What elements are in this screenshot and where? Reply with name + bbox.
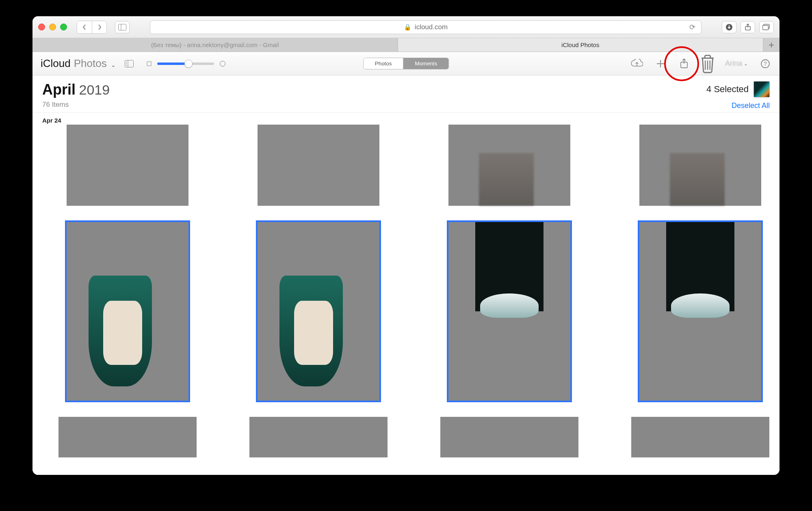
tab-gmail[interactable]: (Без темы) - arina.nektony@gmail.com - G… — [32, 38, 398, 52]
browser-window: 🔒 icloud.com ⟳ (Без темы) - arina.nekton… — [32, 16, 780, 475]
zoom-slider[interactable] — [157, 63, 214, 65]
user-menu[interactable]: Arina ⌄ — [725, 59, 748, 68]
photo-thumbnail[interactable] — [631, 417, 769, 457]
item-count: 76 Items — [42, 101, 110, 109]
photo-thumbnail[interactable] — [440, 125, 578, 206]
year-label: 2019 — [79, 82, 110, 97]
tabs-overview-button[interactable] — [759, 21, 774, 33]
svg-point-8 — [126, 62, 127, 63]
month-label: April — [42, 81, 76, 98]
address-text: icloud.com — [415, 23, 448, 31]
photo-grid-area: Apr 24 — [32, 113, 780, 475]
nav-forward-button[interactable] — [92, 21, 106, 33]
zoom-slider-thumb[interactable] — [184, 60, 193, 68]
photo-thumbnail[interactable] — [249, 417, 388, 457]
svg-text:?: ? — [764, 60, 767, 67]
trash-icon[interactable] — [702, 58, 714, 70]
photo-thumbnail-selected[interactable] — [58, 222, 197, 401]
chevron-down-icon: ⌄ — [111, 62, 116, 68]
window-close-button[interactable] — [38, 24, 45, 30]
reload-icon[interactable]: ⟳ — [689, 23, 695, 32]
app-title-dropdown[interactable]: iCloud Photos ⌄ — [41, 57, 116, 70]
svg-point-9 — [126, 63, 127, 64]
window-controls — [38, 24, 67, 30]
photo-thumbnail[interactable] — [249, 125, 388, 206]
photo-thumbnail-selected[interactable] — [440, 222, 578, 401]
address-bar[interactable]: 🔒 icloud.com ⟳ — [150, 20, 702, 34]
header-row: April 2019 76 Items 4 Selected Deselect … — [32, 75, 780, 113]
photo-thumbnail[interactable] — [440, 417, 578, 457]
user-name: Arina — [725, 59, 742, 68]
window-minimize-button[interactable] — [49, 24, 56, 30]
tab-label: (Без темы) - arina.nektony@gmail.com - G… — [151, 41, 279, 48]
new-tab-button[interactable] — [763, 38, 780, 52]
lock-icon: 🔒 — [404, 24, 411, 31]
svg-rect-5 — [763, 25, 769, 30]
add-icon[interactable] — [654, 58, 667, 70]
browser-right-tools — [722, 21, 774, 33]
brand-bold: iCloud — [41, 57, 71, 70]
sidebar-toggle-button[interactable] — [115, 21, 130, 33]
seg-photos[interactable]: Photos — [364, 58, 403, 69]
date-header: Apr 24 — [42, 113, 770, 125]
nav-back-button[interactable] — [77, 21, 92, 33]
sidebar-panel-icon[interactable] — [123, 58, 135, 70]
svg-rect-11 — [147, 62, 151, 66]
window-fullscreen-button[interactable] — [60, 24, 67, 30]
photo-thumbnail-selected[interactable] — [249, 222, 388, 401]
photo-thumbnail-selected[interactable] — [631, 222, 769, 401]
zoom-control — [147, 61, 225, 67]
nav-buttons — [77, 21, 107, 34]
photo-thumbnail[interactable] — [631, 125, 769, 206]
deselect-all-link[interactable]: Deselect All — [706, 101, 770, 110]
brand-thin: Photos — [74, 57, 107, 70]
app-toolbar: iCloud Photos ⌄ Photos Moments — [32, 52, 780, 75]
view-segmented-control: Photos Moments — [363, 58, 449, 69]
photo-thumbnail[interactable] — [58, 417, 197, 457]
downloads-button[interactable] — [722, 21, 736, 33]
share-action-icon[interactable] — [678, 58, 690, 70]
header-right: 4 Selected Deselect All — [706, 81, 770, 110]
zoom-max-icon — [220, 61, 225, 67]
photo-thumbnail[interactable] — [58, 125, 197, 206]
help-icon[interactable]: ? — [759, 58, 771, 70]
photo-grid — [42, 125, 770, 466]
selection-thumbnail[interactable] — [754, 81, 770, 97]
svg-rect-0 — [119, 24, 126, 30]
tab-label: iCloud Photos — [561, 41, 599, 48]
upload-icon[interactable] — [631, 58, 643, 70]
browser-toolbar: 🔒 icloud.com ⟳ — [32, 16, 780, 38]
toolbar-right: Arina ⌄ ? — [631, 58, 771, 70]
seg-moments[interactable]: Moments — [403, 58, 448, 69]
chevron-down-icon: ⌄ — [744, 61, 748, 67]
selected-count: 4 Selected — [706, 84, 749, 95]
tab-strip: (Без темы) - arina.nektony@gmail.com - G… — [32, 38, 780, 52]
tab-icloud-photos[interactable]: iCloud Photos — [398, 38, 764, 52]
share-button[interactable] — [741, 21, 755, 33]
zoom-min-icon — [147, 61, 152, 66]
svg-point-10 — [126, 65, 127, 66]
header-left: April 2019 76 Items — [42, 81, 110, 109]
